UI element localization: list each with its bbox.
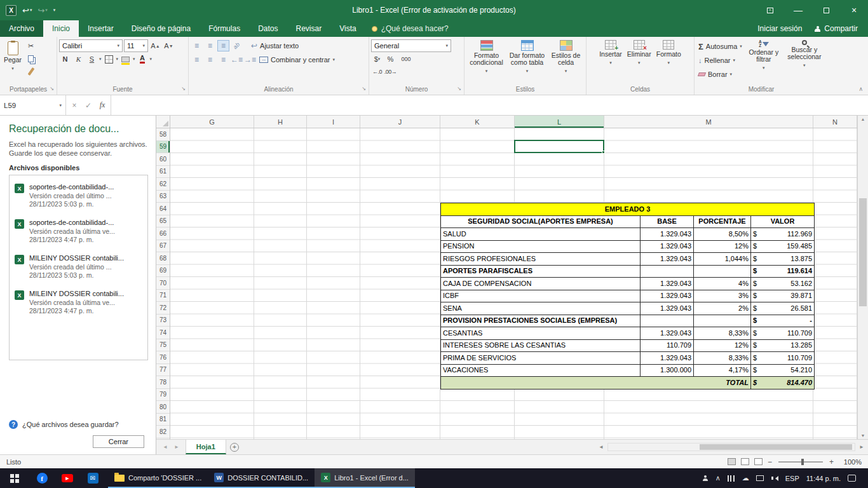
minimize-button[interactable]: —	[784, 0, 812, 20]
ribbon-display-options-button[interactable]: ^	[756, 0, 784, 20]
language-indicator[interactable]: ESP	[785, 475, 799, 482]
people-icon[interactable]	[702, 475, 709, 482]
tab-fórmulas[interactable]: Fórmulas	[200, 20, 249, 37]
base-cell[interactable]: 1.300.000	[641, 364, 694, 377]
delete-cells-button[interactable]: × Eliminar ▾	[625, 38, 653, 66]
column-header-m[interactable]: M	[604, 116, 813, 128]
prev-sheet-icon[interactable]: ◄	[163, 444, 168, 450]
zoom-out-button[interactable]: −	[768, 458, 772, 466]
percentage-cell[interactable]: 2%	[694, 302, 751, 315]
row-header-81[interactable]: 81	[156, 414, 170, 426]
row-header-69[interactable]: 69	[156, 265, 170, 278]
base-cell[interactable]: 1.329.043	[641, 228, 694, 241]
clear-button[interactable]: Borrar▾	[696, 68, 744, 81]
insert-function-icon[interactable]: fx	[95, 100, 109, 110]
sheet-grid[interactable]: EMPLEADO 3SEGURIDAD SOCIAL(APORTES EMPRE…	[170, 128, 857, 439]
normal-view-button[interactable]	[728, 458, 736, 465]
concept-cell[interactable]: PROVISION PRESTACIONES SOCIALES (EMPRESA…	[441, 315, 641, 327]
row-header-78[interactable]: 78	[156, 376, 170, 389]
percentage-cell[interactable]: 1,044%	[694, 253, 751, 266]
fill-color-button[interactable]	[119, 53, 132, 65]
row-header-74[interactable]: 74	[156, 327, 170, 339]
share-button[interactable]: Compartir	[815, 24, 858, 33]
scroll-down-icon[interactable]: ▼	[858, 433, 868, 438]
row-header-71[interactable]: 71	[156, 290, 170, 302]
base-cell[interactable]: 1.329.043	[641, 253, 694, 266]
tab-diseño-de-página[interactable]: Diseño de página	[123, 20, 200, 37]
cell-styles-button[interactable]: Estilos de celda ▾	[548, 38, 584, 74]
sign-in-button[interactable]: Iniciar sesión	[757, 24, 802, 33]
clock[interactable]: 11:44 p. m.	[806, 475, 841, 482]
table-column-header[interactable]: BASE	[641, 215, 694, 228]
new-sheet-button[interactable]: +	[226, 440, 243, 454]
row-header-65[interactable]: 65	[156, 215, 170, 228]
cut-button[interactable]: ✂	[25, 40, 37, 51]
concept-cell[interactable]: ICBF	[441, 290, 641, 302]
tab-inicio[interactable]: Inicio	[43, 20, 79, 37]
row-header-62[interactable]: 62	[156, 178, 170, 191]
cancel-icon[interactable]: ×	[67, 101, 81, 110]
row-header-61[interactable]: 61	[156, 166, 170, 179]
base-cell[interactable]	[641, 265, 694, 278]
value-cell[interactable]: $110.709	[751, 327, 815, 340]
notification-center-icon[interactable]	[848, 475, 856, 482]
row-header-75[interactable]: 75	[156, 339, 170, 352]
decrease-font-button[interactable]: A▼	[163, 40, 175, 51]
orientation-button[interactable]: ab	[231, 40, 243, 51]
row-header-66[interactable]: 66	[156, 227, 170, 240]
align-right-button[interactable]: ≡	[217, 54, 229, 65]
taskbar-youtube[interactable]: ▶	[55, 468, 80, 488]
page-break-view-button[interactable]	[754, 458, 763, 465]
enter-icon[interactable]: ✓	[81, 101, 95, 110]
percentage-cell[interactable]: 8,33%	[694, 327, 751, 340]
recovered-file-item[interactable]: Xsoportes-de-contabilidad-...Versión cre…	[10, 214, 147, 249]
hidden-icons-chevron[interactable]: ∧	[715, 474, 721, 482]
value-cell[interactable]: $39.871	[751, 290, 815, 302]
merge-center-button[interactable]: ↔ Combinar y centrar ▾	[257, 53, 337, 66]
selected-cell-L59[interactable]	[514, 140, 604, 153]
row-header-72[interactable]: 72	[156, 302, 170, 315]
percentage-cell[interactable]: 4,17%	[694, 364, 751, 377]
format-cells-button[interactable]: Formato ▾	[654, 38, 683, 66]
copy-button[interactable]	[25, 53, 37, 64]
recovered-file-item[interactable]: XMILEINY DOSSIER contabili...Versión cre…	[10, 285, 147, 320]
vertical-scrollbar[interactable]: ▲ ▼	[857, 116, 868, 439]
start-button[interactable]	[0, 468, 29, 488]
total-label-cell[interactable]: TOTAL	[441, 377, 751, 390]
align-top-button[interactable]: ≡	[191, 40, 203, 51]
base-cell[interactable]: 1.329.043	[641, 302, 694, 315]
table-column-header[interactable]: PORCENTAJE	[694, 215, 751, 228]
value-cell[interactable]: $119.614	[751, 265, 815, 278]
base-cell[interactable]: 1.329.043	[641, 352, 694, 365]
tab-archivo[interactable]: Archivo	[0, 20, 43, 37]
customize-qat-button[interactable]: ▾	[53, 8, 56, 13]
zoom-slider[interactable]	[778, 461, 823, 463]
recovered-file-item[interactable]: Xsoportes-de-contabilidad-...Versión cre…	[10, 178, 147, 214]
tell-me-box[interactable]: ¿Qué desea hacer?	[372, 20, 449, 37]
table-column-header[interactable]: VALOR	[751, 215, 815, 228]
select-all-corner[interactable]	[156, 116, 170, 128]
percentage-cell[interactable]: 8,50%	[694, 228, 751, 241]
zoom-level[interactable]: 100%	[839, 458, 862, 466]
value-cell[interactable]: $-	[751, 315, 815, 327]
zoom-slider-thumb[interactable]	[801, 459, 804, 465]
align-bottom-button[interactable]: ≡	[217, 40, 229, 51]
column-header-l[interactable]: L	[515, 116, 604, 128]
fill-handle[interactable]	[602, 151, 605, 154]
scroll-left-icon[interactable]: ◄	[597, 444, 606, 450]
percent-style-button[interactable]: %	[384, 53, 397, 65]
row-header-82[interactable]: 82	[156, 426, 170, 438]
value-cell[interactable]: $26.581	[751, 302, 815, 315]
row-header-63[interactable]: 63	[156, 191, 170, 203]
percentage-cell[interactable]: 12%	[694, 339, 751, 352]
concept-cell[interactable]: SENA	[441, 302, 641, 315]
concept-cell[interactable]: CAJA DE COMPENSACION	[441, 278, 641, 290]
percentage-cell[interactable]: 3%	[694, 290, 751, 302]
row-header-67[interactable]: 67	[156, 240, 170, 253]
row-header-80[interactable]: 80	[156, 401, 170, 414]
onedrive-cloud-icon[interactable]: ☁	[742, 474, 749, 482]
column-header-k[interactable]: K	[440, 116, 515, 128]
autosum-button[interactable]: ΣAutosuma▾	[696, 40, 744, 53]
align-middle-button[interactable]: ≡	[204, 40, 216, 51]
collapse-ribbon-button[interactable]: ∧	[858, 86, 863, 92]
